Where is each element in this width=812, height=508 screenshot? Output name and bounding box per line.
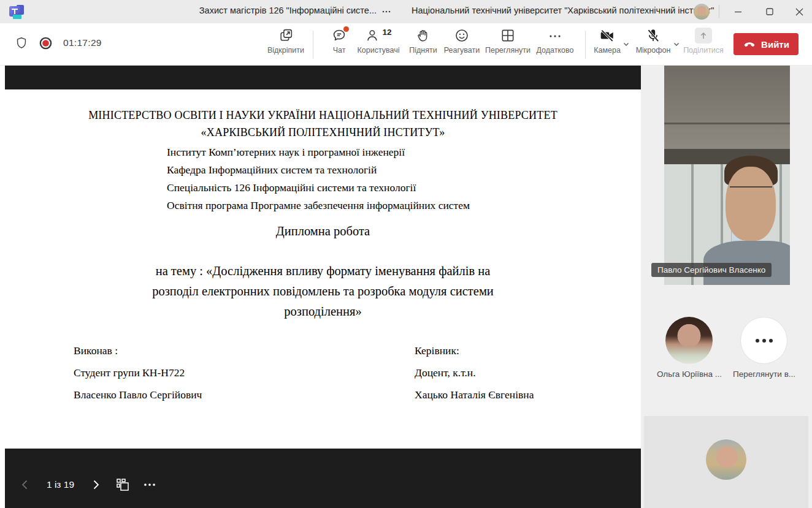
teams-new-badge [13, 15, 21, 19]
account-avatar[interactable] [694, 4, 710, 20]
supervisor-name: Хацько Наталія Євгенівна [415, 384, 534, 406]
window-titlebar: Захист магістрів 126 "Інформаційні систе… [0, 0, 812, 23]
participants-button[interactable]: 12 Користувачі [356, 28, 400, 63]
camera-off-icon [599, 28, 615, 45]
hangup-phone-icon [743, 37, 756, 51]
more-options-button[interactable]: Додатково [536, 28, 574, 63]
microphone-button[interactable]: Мікрофон [632, 28, 675, 63]
overflow-label: Переглянути в... [729, 370, 800, 379]
leave-label: Вийти [761, 39, 789, 50]
smiley-icon [454, 28, 470, 45]
popout-icon [278, 28, 294, 45]
overflow-dots-icon [756, 339, 759, 343]
maximize-button[interactable] [759, 0, 780, 23]
chat-button[interactable]: Чат [322, 28, 356, 63]
recording-indicator-icon [39, 36, 53, 50]
doc-executor-block: Виконав : Студент групи КН-Н722 Власенко… [74, 339, 202, 406]
more-options-label: Додатково [537, 46, 574, 55]
teams-meeting-window: Захист магістрів 126 "Інформаційні систе… [0, 0, 812, 508]
ellipsis-icon [547, 28, 563, 45]
participants-panel: Павло Сергійович Власенко Ольга Юріївна … [641, 66, 812, 508]
microphone-label: Мікрофон [636, 46, 671, 55]
doc-work-type: Дипломна робота [5, 224, 641, 238]
screen-share-stage: МІНІСТЕРСТВО ОСВІТИ І НАУКИ УКРАЇНИ НАЦІ… [5, 66, 641, 508]
unpin-label: Відкріпити [267, 46, 304, 55]
react-button[interactable]: Реагувати [441, 28, 483, 63]
prev-page-button[interactable] [16, 476, 34, 494]
doc-topic-line3: розподілення» [5, 301, 641, 322]
share-label: Поділитися [683, 46, 724, 55]
slide-grid-icon[interactable] [113, 476, 132, 494]
presenter-video-tile[interactable] [664, 66, 790, 285]
grid-view-icon [500, 28, 516, 45]
toolbar-divider [585, 31, 586, 59]
share-icon [695, 28, 712, 45]
participants-count-badge: 12 [382, 28, 391, 37]
security-shield-icon[interactable] [15, 36, 28, 50]
chat-notification-dot [343, 26, 349, 32]
doc-topic-line1: на тему : «Дослідження впливу формату ім… [5, 261, 641, 281]
microphone-options-chevron-icon[interactable] [673, 40, 680, 48]
org-title: Національний технічний університет "Харк… [412, 6, 714, 15]
doc-supervisor-block: Керівник: Доцент, к.т.н. Хацько Наталія … [415, 339, 534, 406]
doc-specialty-line: Спеціальність 126 Інформаційні системи т… [167, 179, 470, 197]
self-video-tile[interactable] [644, 416, 808, 508]
attendee-name-label: Ольга Юріївна ... [654, 370, 725, 379]
meeting-toolbar: 01:17:29 Відкріпити Чат 12 Користувач [0, 23, 812, 66]
doc-department-line: Кафедра Інформаційних систем та технолог… [167, 161, 470, 179]
doc-header-line1: МІНІСТЕРСТВО ОСВІТИ І НАУКИ УКРАЇНИ НАЦІ… [53, 107, 593, 124]
doc-institute-block: Інститут Комп’ютерних наук і програмної … [167, 143, 470, 214]
doc-ministry-header: МІНІСТЕРСТВО ОСВІТИ І НАУКИ УКРАЇНИ НАЦІ… [53, 107, 593, 141]
executor-label: Виконав : [74, 339, 202, 362]
executor-group: Студент групи КН-Н722 [74, 362, 202, 384]
video-background [664, 66, 790, 153]
self-avatar [706, 439, 746, 480]
participants-label: Користувачі [357, 46, 399, 55]
page-indicator: 1 із 19 [47, 479, 74, 490]
meeting-timer: 01:17:29 [63, 37, 102, 48]
doc-topic-line2: розподіл електронних повідомлень та розр… [5, 281, 641, 301]
slide-bottom-bar: 1 із 19 [5, 449, 641, 508]
mic-off-icon [645, 28, 661, 45]
slide-more-icon[interactable] [140, 476, 159, 494]
next-page-button[interactable] [86, 476, 105, 494]
camera-options-chevron-icon[interactable] [622, 40, 630, 48]
meeting-title: Захист магістрів 126 "Інформаційні систе… [184, 6, 377, 15]
doc-institute-line: Інститут Комп’ютерних наук і програмної … [167, 143, 470, 161]
slide-top-bar [5, 66, 641, 89]
share-button[interactable]: Поділитися [682, 28, 725, 63]
executor-name: Власенко Павло Сергійович [74, 384, 202, 406]
supervisor-rank: Доцент, к.т.н. [415, 362, 534, 384]
minimize-button[interactable] [727, 0, 748, 23]
camera-button[interactable]: Камера [589, 28, 625, 63]
doc-program-line: Освітня програма Програмне забезпечення … [167, 197, 470, 214]
doc-header-line2: «ХАРКІВСЬКИЙ ПОЛІТЕХНІЧНИЙ ІНСТИТУТ» [53, 124, 593, 141]
unpin-button[interactable]: Відкріпити [263, 28, 308, 63]
toolbar-divider [313, 31, 313, 59]
teams-app-icon[interactable] [9, 4, 26, 20]
leave-button[interactable]: Вийти [733, 33, 799, 55]
attendee-avatar[interactable] [665, 317, 713, 364]
raise-hand-icon [415, 28, 431, 45]
raise-hand-label: Підняти [409, 46, 437, 55]
camera-label: Камера [594, 46, 621, 55]
titlebar-divider [719, 5, 719, 18]
chat-label: Чат [333, 46, 346, 55]
chat-icon [331, 28, 347, 45]
participants-icon [365, 28, 381, 44]
raise-hand-button[interactable]: Підняти [405, 28, 441, 63]
view-label: Переглянути [485, 46, 530, 55]
presenter-face [726, 167, 776, 241]
close-button[interactable] [789, 0, 810, 23]
view-button[interactable]: Переглянути [482, 28, 534, 63]
doc-topic: на тему : «Дослідження впливу формату ім… [5, 261, 641, 322]
presenter-name-label: Павло Сергійович Власенко [651, 263, 772, 277]
react-label: Реагувати [444, 46, 480, 55]
supervisor-label: Керівник: [415, 339, 534, 362]
shared-document: МІНІСТЕРСТВО ОСВІТИ І НАУКИ УКРАЇНИ НАЦІ… [5, 89, 641, 449]
overflow-participants-button[interactable] [740, 317, 787, 364]
titlebar-more-icon[interactable] [381, 7, 391, 17]
